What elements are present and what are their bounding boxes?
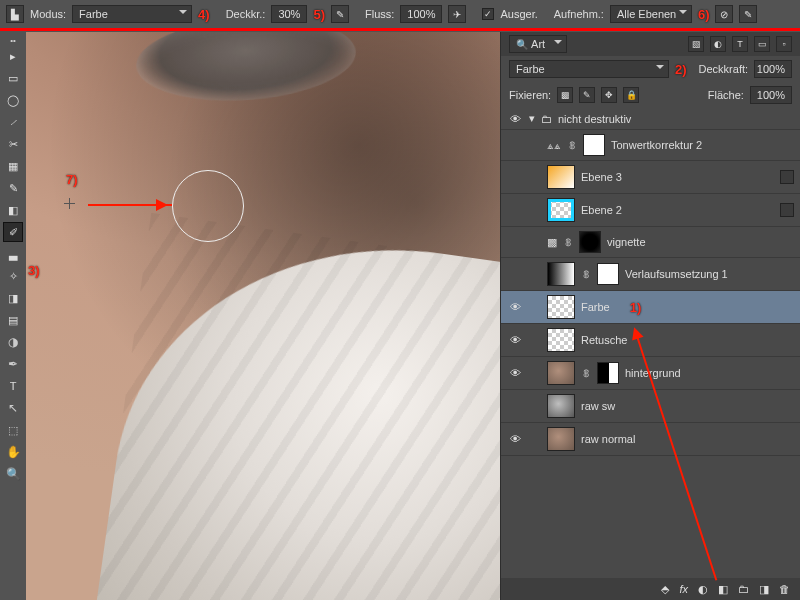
layer-thumb[interactable]	[547, 328, 575, 352]
collapse-icon[interactable]: ••	[3, 36, 23, 44]
lasso-tool[interactable]: ◯	[3, 90, 23, 110]
layer-filter-dropdown[interactable]: 🔍 Art	[509, 35, 567, 53]
marquee-tool[interactable]: ▭	[3, 68, 23, 88]
type-tool[interactable]: T	[3, 376, 23, 396]
layer-row[interactable]: ▩ 𝟠 vignette	[501, 227, 800, 258]
group-icon[interactable]: 🗀	[738, 583, 749, 595]
filter-shape-icon[interactable]: ▭	[754, 36, 770, 52]
layer-row[interactable]: 👁 raw normal	[501, 423, 800, 456]
layer-row[interactable]: 👁 Retusche	[501, 324, 800, 357]
airbrush-icon[interactable]: ✈	[448, 5, 466, 23]
layer-group[interactable]: 👁 ▾ 🗀 nicht destruktiv	[501, 108, 800, 130]
layer-thumb[interactable]	[547, 295, 575, 319]
lock-trans-icon[interactable]: ▩	[557, 87, 573, 103]
link-layers-icon[interactable]: ⬘	[661, 583, 669, 596]
fx-icon[interactable]: fx	[679, 583, 688, 595]
layer-mask[interactable]	[597, 263, 619, 285]
fill-input[interactable]: 100%	[750, 86, 792, 104]
filter-image-icon[interactable]: ▧	[688, 36, 704, 52]
annotation-5: 5)	[313, 7, 325, 22]
lock-all-icon[interactable]: 🔒	[623, 87, 639, 103]
layer-thumb[interactable]	[547, 394, 575, 418]
lock-pos-icon[interactable]: ✥	[601, 87, 617, 103]
pressure-size-icon[interactable]: ✎	[739, 5, 757, 23]
eraser-tool[interactable]: ✧	[3, 266, 23, 286]
canvas[interactable]: 7)	[26, 32, 500, 600]
adjust-icon: ▩	[547, 236, 557, 249]
annotation-4: 4)	[198, 7, 210, 22]
blend-mode-dropdown[interactable]: Farbe	[509, 60, 669, 78]
link-icon[interactable]: 𝟠	[581, 269, 591, 280]
layer-opacity-input[interactable]: 100%	[754, 60, 792, 78]
panel-footer: ⬘ fx ◐ ◧ 🗀 ◨ 🗑	[501, 578, 800, 600]
layer-name: Ebene 2	[581, 204, 622, 216]
shape-tool[interactable]: ⬚	[3, 420, 23, 440]
gradient-tool[interactable]: ◨	[3, 288, 23, 308]
layer-mask[interactable]	[579, 231, 601, 253]
mask-icon[interactable]: ◐	[698, 583, 708, 596]
layer-row[interactable]: 𝟠 Verlaufsumsetzung 1	[501, 258, 800, 291]
layer-row[interactable]: ⟁⟁ 𝟠 Tonwertkorrektur 2	[501, 130, 800, 161]
layer-row[interactable]: 👁 Farbe 1)	[501, 291, 800, 324]
link-icon[interactable]: 𝟠	[563, 237, 573, 248]
flow-input[interactable]: 100%	[400, 5, 442, 23]
aligned-checkbox[interactable]: ✓	[482, 8, 494, 20]
adjustment-icon[interactable]: ◧	[718, 583, 728, 596]
layer-row[interactable]: raw sw	[501, 390, 800, 423]
pressure-opacity-icon[interactable]: ✎	[331, 5, 349, 23]
tool-preset-icon[interactable]: ▙	[6, 5, 24, 23]
zoom-tool[interactable]: 🔍	[3, 464, 23, 484]
filter-adjust-icon[interactable]: ◐	[710, 36, 726, 52]
layer-aux-icon[interactable]	[780, 170, 794, 184]
visibility-icon[interactable]: 👁	[507, 301, 523, 313]
opacity-label: Deckkr.:	[226, 8, 266, 20]
filter-type-icon[interactable]: T	[732, 36, 748, 52]
heal-tool[interactable]: ✎	[3, 178, 23, 198]
blur-tool[interactable]: ▤	[3, 310, 23, 330]
wand-tool[interactable]: ⟋	[3, 112, 23, 132]
layer-aux-icon[interactable]	[780, 203, 794, 217]
move-tool[interactable]: ▸	[3, 46, 23, 66]
eyedropper-tool[interactable]: ▦	[3, 156, 23, 176]
arrow-7	[88, 204, 172, 206]
history-brush-tool[interactable]: ▃	[3, 244, 23, 264]
hand-tool[interactable]: ✋	[3, 442, 23, 462]
filter-smart-icon[interactable]: ▫	[776, 36, 792, 52]
visibility-icon[interactable]: 👁	[507, 433, 523, 445]
layer-thumb[interactable]	[547, 361, 575, 385]
new-layer-icon[interactable]: ◨	[759, 583, 769, 596]
visibility-icon[interactable]: 👁	[507, 367, 523, 379]
visibility-icon[interactable]: 👁	[507, 113, 523, 125]
layer-mask[interactable]	[597, 362, 619, 384]
flow-label: Fluss:	[365, 8, 394, 20]
chevron-down-icon[interactable]: ▾	[529, 112, 535, 125]
lock-pixels-icon[interactable]: ✎	[579, 87, 595, 103]
layer-row[interactable]: Ebene 2	[501, 194, 800, 227]
layer-mask[interactable]	[583, 134, 605, 156]
trash-icon[interactable]: 🗑	[779, 583, 790, 595]
brush-tool[interactable]: ◧	[3, 200, 23, 220]
layer-row[interactable]: Ebene 3	[501, 161, 800, 194]
layer-name: raw normal	[581, 433, 635, 445]
layer-thumb[interactable]	[547, 165, 575, 189]
layer-filter-value: Art	[531, 38, 545, 50]
pen-tool[interactable]: ✒	[3, 354, 23, 374]
sample-dropdown[interactable]: Alle Ebenen	[610, 5, 692, 23]
annotation-1: 1)	[630, 300, 642, 315]
crop-tool[interactable]: ✂	[3, 134, 23, 154]
path-select-tool[interactable]: ↖	[3, 398, 23, 418]
link-icon[interactable]: 𝟠	[567, 140, 577, 151]
clone-stamp-tool[interactable]: ✐	[3, 222, 23, 242]
link-icon[interactable]: 𝟠	[581, 368, 591, 379]
sample-label: Aufnehm.:	[554, 8, 604, 20]
layer-thumb[interactable]	[547, 262, 575, 286]
visibility-icon[interactable]: 👁	[507, 334, 523, 346]
dodge-tool[interactable]: ◑	[3, 332, 23, 352]
mode-dropdown[interactable]: Farbe	[72, 5, 192, 23]
layers-list: 👁 ▾ 🗀 nicht destruktiv ⟁⟁ 𝟠 Tonwertkorre…	[501, 108, 800, 578]
layer-thumb[interactable]	[547, 198, 575, 222]
opacity-input[interactable]: 30%	[271, 5, 307, 23]
options-bar: ▙ Modus: Farbe 4) Deckkr.: 30% 5) ✎ Flus…	[0, 0, 800, 30]
layer-thumb[interactable]	[547, 427, 575, 451]
ignore-adjustment-icon[interactable]: ⊘	[715, 5, 733, 23]
